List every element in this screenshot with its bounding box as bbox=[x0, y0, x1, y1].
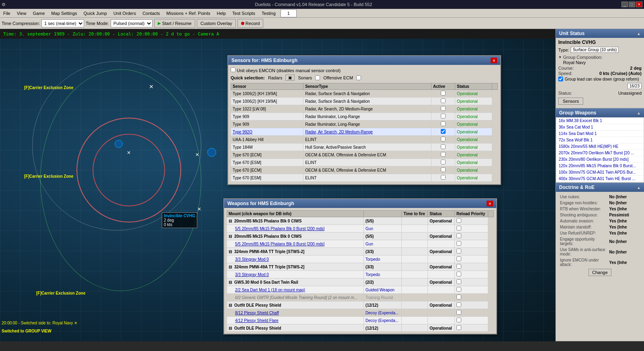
group-weapon-item-6[interactable]: 230x 20mm/80 Oerlikon Burst [20 mds] bbox=[556, 156, 644, 163]
mount-collapse-2[interactable]: ⊟ bbox=[229, 249, 232, 254]
weapon-reload-5-0[interactable] bbox=[455, 309, 488, 317]
group-weapon-item-7[interactable]: 120x 20mm/85 Mk15 Phalanx Blk 0 Burst... bbox=[556, 163, 644, 169]
zone-label-1: [F]Carrier Exclusion Zone bbox=[24, 85, 73, 90]
doctrine-collapse-btn[interactable]: ▲ bbox=[637, 185, 641, 190]
sensor-active-3[interactable] bbox=[431, 113, 455, 120]
group-weapon-item-1[interactable]: 36x Sea Cat Mod 1 bbox=[556, 124, 644, 131]
close-button[interactable]: ✕ bbox=[636, 2, 642, 7]
ship-label[interactable]: Invincible CVHG 2 deg 0 kts bbox=[162, 212, 197, 228]
sensor-active-11[interactable] bbox=[431, 174, 455, 182]
menu-game[interactable]: Game bbox=[29, 10, 48, 17]
sensor-active-2[interactable] bbox=[431, 105, 455, 113]
weapons-tbody: ⊟20mm/85 Mk15 Phalanx Blk 0 CIWS (5/5) O… bbox=[227, 217, 494, 332]
group-weapon-item-2[interactable]: 114x Sea Dart Mod 1 bbox=[556, 131, 644, 137]
weapon-reload-3-0[interactable] bbox=[455, 271, 488, 278]
maximize-button[interactable]: □ bbox=[629, 2, 635, 7]
mount-reload-0[interactable] bbox=[455, 217, 488, 225]
sensors-scroll-area[interactable]: Sensor SensorType Active Status Type 100… bbox=[231, 83, 498, 182]
sensor-active-4[interactable] bbox=[431, 120, 455, 128]
emcon-checkbox[interactable] bbox=[231, 67, 235, 72]
mount-collapse-6[interactable]: ⊟ bbox=[229, 326, 232, 330]
mount-reload-5[interactable] bbox=[455, 301, 488, 309]
unit-status-collapse-btn[interactable]: ▲ bbox=[637, 31, 641, 36]
time-mode-select[interactable]: Pulsed (normal) Continuous bbox=[111, 19, 153, 27]
sensor-type-7: Hull Sonar, Active/Passive Search bbox=[303, 143, 431, 151]
sensors-button[interactable]: Sensors bbox=[558, 98, 583, 105]
time-compression-select[interactable]: 1 sec (real-time) 5 sec 15 sec 30 sec bbox=[41, 19, 84, 27]
weapons-scroll-area[interactable]: Mount (click weapon for DB info) Time to… bbox=[227, 210, 494, 331]
sensor-active-8[interactable] bbox=[431, 151, 455, 159]
menu-help[interactable]: Help bbox=[213, 10, 229, 17]
menu-missions-ref-points[interactable]: Missions + Ref. Points bbox=[163, 10, 213, 17]
sensor-active-7[interactable] bbox=[431, 143, 455, 151]
weapon-reload-0-0[interactable] bbox=[455, 225, 488, 233]
weapon-name-4-0[interactable]: 2/2 Sea Dart Mod 1 (18 on mount mag) bbox=[227, 286, 364, 294]
weapons-close-button[interactable]: ✕ bbox=[487, 201, 493, 206]
weapon-time-1-0 bbox=[402, 240, 428, 248]
group-weapon-item-3[interactable]: 72x Sea Wolf Blk 1 bbox=[556, 137, 644, 143]
mount-reload-4[interactable] bbox=[455, 278, 488, 286]
sensor-name-8: Type 670 [ECM] bbox=[231, 151, 303, 159]
menu-quick-jump[interactable]: Quick Jump bbox=[80, 10, 110, 17]
weapon-reload-5-1[interactable] bbox=[455, 317, 488, 324]
menu-unit-orders[interactable]: Unit Orders bbox=[110, 10, 139, 17]
mount-collapse-0[interactable]: ⊟ bbox=[229, 219, 232, 223]
weapon-reload-4-0[interactable] bbox=[455, 286, 488, 294]
sensor-active-9[interactable] bbox=[431, 159, 455, 166]
sensor-active-5[interactable] bbox=[431, 128, 455, 136]
minimize-button[interactable]: _ bbox=[621, 2, 628, 7]
sensor-active-6[interactable] bbox=[431, 136, 455, 143]
group-weapon-item-5[interactable]: 2070x 20mm/70 Oerlikon Mk7 Burst [20 ... bbox=[556, 150, 644, 156]
weapon-name-2-0[interactable]: 3/3 Stingray Mod 0 bbox=[227, 255, 364, 263]
menu-testing[interactable]: Testing bbox=[258, 10, 279, 17]
weapon-reload-1-0[interactable] bbox=[455, 240, 488, 248]
sensor-active-0[interactable] bbox=[431, 90, 455, 98]
menu-view[interactable]: View bbox=[14, 10, 30, 17]
doctrine-label-6: Use Refuel/UNREP: bbox=[559, 231, 608, 236]
doctrine-change-button[interactable]: Change bbox=[588, 269, 611, 276]
sensor-name-5[interactable]: Type 992Q bbox=[231, 128, 303, 136]
mount-collapse-3[interactable]: ⊟ bbox=[229, 265, 232, 269]
weapon-name-5-0[interactable]: 8/12 Plessy Shield Chaff bbox=[227, 309, 364, 317]
weapon-time-2-0 bbox=[402, 255, 428, 263]
group-weapon-item-4[interactable]: 1580x 20mm/55 Mk8 HE(MP) HE bbox=[556, 143, 644, 150]
sensor-active-10[interactable] bbox=[431, 166, 455, 174]
weapon-reload-2-0[interactable] bbox=[455, 255, 488, 263]
weapon-name-0-0[interactable]: 5/5 20mm/85 Mk15 Phalanx Blk 0 Burst [20… bbox=[227, 225, 364, 233]
group-weapon-item-0[interactable]: 16x MM.38 Exocet Blk 1 bbox=[556, 118, 644, 124]
sensor-type-5[interactable]: Radar, Air Search, 2D Medium-Range bbox=[303, 128, 431, 136]
menu-test-scripts[interactable]: Test Scripts bbox=[229, 10, 258, 17]
menu-file[interactable]: File bbox=[0, 10, 14, 17]
weapon-name-5-1[interactable]: 4/12 Plessy Shield Flare bbox=[227, 317, 364, 324]
mount-collapse-4[interactable]: ⊟ bbox=[229, 280, 232, 285]
mount-reload-3[interactable] bbox=[455, 263, 488, 271]
sensor-active-1[interactable] bbox=[431, 98, 455, 105]
weapon-name-1-0[interactable]: 5/5 20mm/85 Mk15 Phalanx Blk 0 Burst [20… bbox=[227, 240, 364, 248]
weapon-name-3-0[interactable]: 3/3 Stingray Mod 0 bbox=[227, 271, 364, 278]
menu-map-settings[interactable]: Map Settings bbox=[48, 10, 80, 17]
map-area[interactable]: Time: 3. september 1989 - Zulu: 20:00:00… bbox=[0, 29, 555, 341]
mount-reload-2[interactable] bbox=[455, 248, 488, 255]
offensive-ecm-checkbox[interactable] bbox=[356, 75, 361, 80]
radars-toggle-btn[interactable]: ▣ bbox=[285, 75, 295, 81]
menu-contacts[interactable]: Contacts bbox=[139, 10, 163, 17]
weapon-reload-4-1[interactable] bbox=[455, 294, 488, 301]
mount-reload-1[interactable] bbox=[455, 233, 488, 240]
group-comp-arrow[interactable]: ▼ bbox=[558, 55, 562, 59]
start-resume-button[interactable]: ▶ Start / Resume bbox=[154, 19, 195, 28]
testing-input[interactable]: 1 bbox=[281, 9, 297, 17]
record-button[interactable]: Record bbox=[237, 19, 263, 28]
group-weapons-collapse-btn[interactable]: ▲ bbox=[637, 111, 641, 115]
doctrine-label-5: Maintain standoff: bbox=[559, 224, 608, 230]
group-reform-checkbox[interactable] bbox=[558, 77, 563, 81]
sensors-close-button[interactable]: ✕ bbox=[491, 58, 497, 63]
mount-collapse-1[interactable]: ⊟ bbox=[229, 234, 232, 239]
custom-overlay-button[interactable]: Custom Overlay bbox=[197, 19, 236, 28]
group-weapon-item-8[interactable]: 100x 30mm/75 GCM-A01 Twin APDS Bur... bbox=[556, 169, 644, 176]
group-weapon-item-9[interactable]: 400x 30mm/75 GCM-A01 Twin HE Burst ... bbox=[556, 176, 644, 182]
sonars-checkbox[interactable] bbox=[315, 75, 320, 80]
group-weapons-list[interactable]: 16x MM.38 Exocet Blk 136x Sea Cat Mod 11… bbox=[556, 117, 644, 183]
weapon-status-4-0 bbox=[428, 286, 455, 294]
mount-reload-6[interactable] bbox=[455, 324, 488, 332]
mount-collapse-5[interactable]: ⊟ bbox=[229, 303, 232, 307]
